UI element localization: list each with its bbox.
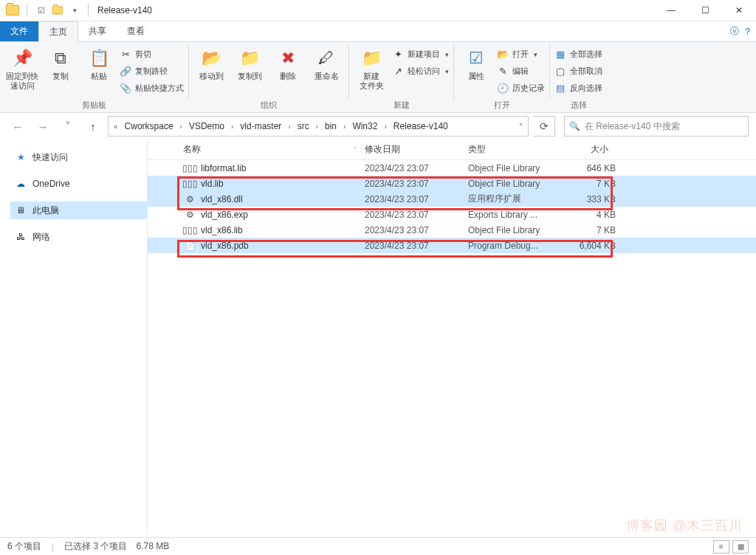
open-button[interactable]: 📂打开 xyxy=(497,46,545,62)
help-icon[interactable]: ? xyxy=(745,27,750,37)
file-row[interactable]: ▯▯▯vld_x86.lib2023/4/23 23:07Object File… xyxy=(148,222,756,238)
file-size: 7 KB xyxy=(563,179,616,189)
crumb[interactable]: Win32 xyxy=(349,117,380,136)
rename-icon: 🖊 xyxy=(315,46,338,70)
status-bar: 6 个项目 | 已选择 3 个项目 6.78 MB ≡ ▦ xyxy=(0,537,756,555)
sidebar-item-this-pc[interactable]: 🖥此电脑 xyxy=(10,201,147,219)
sidebar-item-quick-access[interactable]: ★快速访问 xyxy=(10,148,147,166)
status-item-count: 6 个项目 xyxy=(7,540,41,553)
properties-button[interactable]: ☑属性 xyxy=(458,44,494,81)
col-name[interactable]: 名称˄ xyxy=(183,143,365,156)
address-bar[interactable]: « Cworkspace› VSDemo› vld-master› src› b… xyxy=(108,116,529,137)
group-select: ▦全部选择 ▢全部取消 ▤反向选择 选择 xyxy=(550,42,607,112)
file-type-icon: ▯▯▯ xyxy=(183,224,196,236)
invert-selection-icon: ▤ xyxy=(554,82,566,94)
recent-locations-button[interactable]: ˅ xyxy=(58,116,78,137)
tab-home[interactable]: 主页 xyxy=(38,21,78,42)
file-row[interactable]: ▯▯▯libformat.lib2023/4/23 23:07Object Fi… xyxy=(148,160,756,176)
file-row[interactable]: 📄vld_x86.pdb2023/4/23 23:07Program Debug… xyxy=(148,238,756,253)
select-none-icon: ▢ xyxy=(554,65,566,77)
tab-file[interactable]: 文件 xyxy=(0,21,38,41)
refresh-button[interactable]: ⟳ xyxy=(533,116,555,137)
move-to-button[interactable]: 📂移动到 xyxy=(193,44,229,81)
copy-button[interactable]: ⧉ 复制 xyxy=(43,44,78,81)
file-type-icon: 📄 xyxy=(183,240,196,252)
view-thumbnails-icon[interactable]: ▦ xyxy=(732,540,749,554)
pc-icon: 🖥 xyxy=(15,204,27,216)
file-type-icon: ⚙ xyxy=(183,209,196,221)
collapse-ribbon-icon[interactable]: ⓥ xyxy=(730,25,739,38)
file-size: 333 KB xyxy=(563,194,616,204)
delete-icon: ✖ xyxy=(276,46,300,70)
col-date[interactable]: 修改日期 xyxy=(365,143,468,156)
file-name: libformat.lib xyxy=(201,163,365,173)
group-clipboard: 📌 固定到快 速访问 ⧉ 复制 📋 粘贴 ✂剪切 🔗复制路径 📎粘贴快捷方式 剪… xyxy=(0,42,188,112)
view-details-icon[interactable]: ≡ xyxy=(713,540,729,554)
pin-to-quick-access-button[interactable]: 📌 固定到快 速访问 xyxy=(4,44,40,90)
paste-button[interactable]: 📋 粘贴 xyxy=(81,44,117,81)
file-size: 646 KB xyxy=(563,163,616,173)
back-button[interactable]: ← xyxy=(7,116,28,137)
qat-dropdown-icon[interactable] xyxy=(67,4,80,17)
group-label-open: 打开 xyxy=(458,98,545,112)
sidebar-item-onedrive[interactable]: ☁OneDrive xyxy=(10,175,147,193)
select-all-button[interactable]: ▦全部选择 xyxy=(554,46,602,62)
chevron-left-icon[interactable]: « xyxy=(111,123,120,131)
crumb[interactable]: vld-master xyxy=(237,117,284,136)
file-row[interactable]: ⚙vld_x86.dll2023/4/23 23:07应用程序扩展333 KB xyxy=(148,191,756,207)
edit-button[interactable]: ✎编辑 xyxy=(497,63,545,79)
history-button[interactable]: 🕘历史记录 xyxy=(497,80,545,96)
column-headers[interactable]: 名称˄ 修改日期 类型 大小 xyxy=(148,139,756,160)
crumb[interactable]: bin xyxy=(322,117,340,136)
tab-view[interactable]: 查看 xyxy=(117,21,155,41)
file-date: 2023/4/23 23:07 xyxy=(365,241,468,251)
group-open: ☑属性 📂打开 ✎编辑 🕘历史记录 打开 xyxy=(454,42,549,112)
pin-label: 固定到快 速访问 xyxy=(6,72,38,90)
file-type: Program Debug... xyxy=(468,241,563,251)
paste-shortcut-button[interactable]: 📎粘贴快捷方式 xyxy=(120,80,184,96)
new-folder-icon: 📁 xyxy=(360,46,383,70)
new-folder-qat-icon[interactable] xyxy=(51,4,64,17)
file-date: 2023/4/23 23:07 xyxy=(365,179,468,189)
crumb[interactable]: Release-v140 xyxy=(391,117,451,136)
tab-share[interactable]: 共享 xyxy=(78,21,117,41)
group-label-select: 选择 xyxy=(554,98,602,112)
file-row[interactable]: ⚙vld_x86.exp2023/4/23 23:07Exports Libra… xyxy=(148,207,756,222)
copy-path-button[interactable]: 🔗复制路径 xyxy=(120,63,184,79)
status-selection: 已选择 3 个项目 6.78 MB xyxy=(64,540,169,553)
properties-qat-icon[interactable]: ☑ xyxy=(35,4,48,17)
select-none-button[interactable]: ▢全部取消 xyxy=(554,63,602,79)
copy-to-button[interactable]: 📁复制到 xyxy=(232,44,267,81)
col-size[interactable]: 大小 xyxy=(563,143,616,156)
crumb[interactable]: VSDemo xyxy=(186,117,227,136)
sidebar-item-network[interactable]: 🖧网络 xyxy=(10,228,147,246)
close-button[interactable]: ✕ xyxy=(722,0,756,21)
file-row[interactable]: ▯▯▯vld.lib2023/4/23 23:07Object File Lib… xyxy=(148,176,756,191)
invert-selection-button[interactable]: ▤反向选择 xyxy=(554,80,602,96)
crumb[interactable]: Cworkspace xyxy=(122,117,176,136)
delete-button[interactable]: ✖删除 xyxy=(270,44,306,81)
select-all-icon: ▦ xyxy=(554,48,566,60)
maximize-button[interactable]: ☐ xyxy=(688,0,722,21)
address-dropdown-icon[interactable]: ˅ xyxy=(517,123,525,131)
search-input[interactable]: 🔍 在 Release-v140 中搜索 xyxy=(564,116,749,137)
nav-row: ← → ˅ ↑ « Cworkspace› VSDemo› vld-master… xyxy=(0,113,756,139)
file-size: 6,604 KB xyxy=(563,241,616,251)
col-type[interactable]: 类型 xyxy=(468,143,563,156)
new-item-button[interactable]: ✦新建项目 xyxy=(392,46,449,62)
file-size: 7 KB xyxy=(563,225,616,235)
cut-button[interactable]: ✂剪切 xyxy=(120,46,184,62)
minimize-button[interactable]: ― xyxy=(654,0,688,21)
up-button[interactable]: ↑ xyxy=(83,116,103,137)
file-type: Object File Library xyxy=(468,225,563,235)
nav-pane: ★快速访问 ☁OneDrive 🖥此电脑 🖧网络 xyxy=(0,139,148,534)
new-folder-button[interactable]: 📁新建 文件夹 xyxy=(354,44,389,90)
file-type-icon: ⚙ xyxy=(183,193,196,205)
crumb[interactable]: src xyxy=(295,117,312,136)
copy-path-icon: 🔗 xyxy=(120,65,131,77)
search-icon: 🔍 xyxy=(569,121,580,131)
rename-button[interactable]: 🖊重命名 xyxy=(309,44,344,81)
new-item-icon: ✦ xyxy=(392,48,404,60)
forward-button[interactable]: → xyxy=(32,116,53,137)
easy-access-button[interactable]: ↗轻松访问 xyxy=(392,63,449,79)
